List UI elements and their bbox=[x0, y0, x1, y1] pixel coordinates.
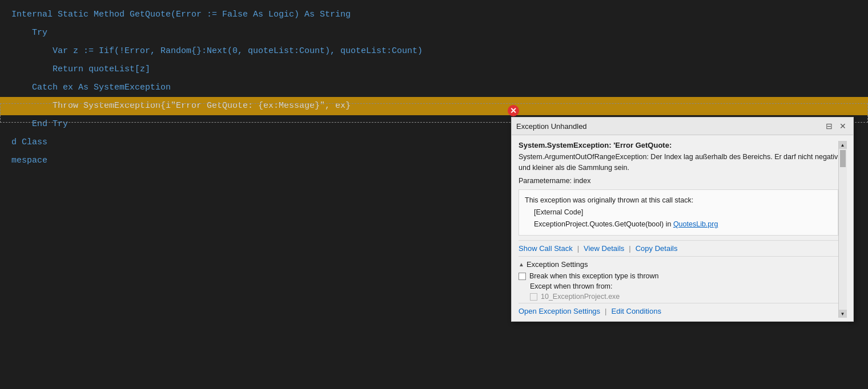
svg-text:✕: ✕ bbox=[510, 106, 517, 115]
popup-body: System.SystemException: 'Error GetQuote:… bbox=[512, 135, 853, 321]
collapse-arrow-icon[interactable]: ▲ bbox=[519, 261, 524, 268]
param-line: Parametername: index bbox=[519, 177, 838, 185]
open-exception-settings-link[interactable]: Open Exception Settings bbox=[519, 307, 600, 315]
exception-popup: Exception Unhandled ⊟ ✕ System.SystemExc… bbox=[511, 117, 854, 322]
code-line-line1: Internal Static Method GetQuote(Error :=… bbox=[0, 6, 868, 24]
exception-body-text: System.ArgumentOutOfRangeException: Der … bbox=[519, 152, 838, 173]
exception-settings-section: ▲ Exception Settings Break when this exc… bbox=[519, 256, 838, 303]
bottom-links: Open Exception Settings | Edit Condition… bbox=[519, 303, 838, 318]
call-stack-header: This exception was originally thrown at … bbox=[525, 195, 832, 206]
call-stack-line2: ExceptionProject.Quotes.GetQuote(bool) i… bbox=[525, 218, 832, 230]
titlebar-buttons: ⊟ ✕ bbox=[823, 120, 849, 132]
scroll-up-arrow[interactable]: ▲ bbox=[839, 141, 847, 149]
code-line-line6: Throw SystemException{i"Error GetQuote: … bbox=[0, 97, 868, 115]
error-icon: ✕ bbox=[507, 104, 520, 117]
code-line-line2: Try bbox=[0, 24, 868, 42]
call-stack-line1: [External Code] bbox=[525, 206, 832, 218]
exception-title: System.SystemException: 'Error GetQuote: bbox=[519, 141, 838, 149]
break-on-throw-label: Break when this exception type is thrown bbox=[529, 272, 659, 280]
action-links: Show Call Stack | View Details | Copy De… bbox=[519, 240, 838, 256]
sub-checkbox-label: 10_ExceptionProject.exe bbox=[541, 293, 620, 301]
call-stack-section: This exception was originally thrown at … bbox=[519, 189, 838, 236]
call-stack-line2-prefix: ExceptionProject.Quotes.GetQuote(bool) i… bbox=[534, 220, 673, 228]
link-sep: | bbox=[605, 307, 606, 315]
scroll-thumb[interactable] bbox=[840, 150, 846, 167]
pin-button[interactable]: ⊟ bbox=[823, 120, 835, 132]
quotes-lib-link[interactable]: QuotesLib.prg bbox=[673, 220, 718, 228]
code-line-line4: Return quoteList[z] bbox=[0, 60, 868, 79]
except-when-label: Except when thrown from: bbox=[530, 282, 838, 290]
action-sep1: | bbox=[577, 244, 579, 253]
settings-header-label: Exception Settings bbox=[527, 260, 588, 269]
scroll-track bbox=[839, 149, 847, 310]
view-details-link[interactable]: View Details bbox=[584, 244, 624, 253]
popup-content: System.SystemException: 'Error GetQuote:… bbox=[519, 141, 838, 318]
close-button[interactable]: ✕ bbox=[837, 120, 849, 132]
popup-title: Exception Unhandled bbox=[516, 122, 587, 131]
break-on-throw-checkbox[interactable] bbox=[519, 273, 526, 280]
action-sep2: | bbox=[629, 244, 630, 253]
copy-details-link[interactable]: Copy Details bbox=[636, 244, 678, 253]
edit-conditions-link[interactable]: Edit Conditions bbox=[611, 307, 661, 315]
settings-header: ▲ Exception Settings bbox=[519, 260, 838, 269]
show-call-stack-link[interactable]: Show Call Stack bbox=[519, 244, 573, 253]
code-line-line3: Var z := Iif(!Error, Random{}:Next(0, qu… bbox=[0, 42, 868, 60]
break-on-throw-row: Break when this exception type is thrown bbox=[519, 272, 838, 280]
popup-titlebar: Exception Unhandled ⊟ ✕ bbox=[512, 117, 853, 135]
scroll-down-arrow[interactable]: ▼ bbox=[839, 310, 847, 318]
code-line-line5: Catch ex As SystemException bbox=[0, 79, 868, 97]
popup-scrollbar: ▲ ▼ bbox=[838, 141, 846, 318]
sub-checkbox[interactable] bbox=[530, 293, 537, 301]
sub-checkbox-row: 10_ExceptionProject.exe bbox=[530, 293, 838, 301]
